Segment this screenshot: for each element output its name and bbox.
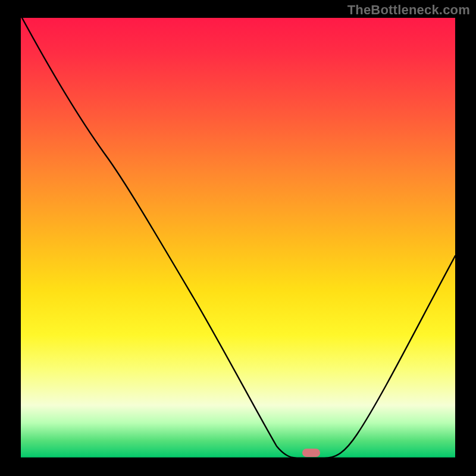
watermark-text: TheBottleneck.com: [347, 2, 470, 18]
optimal-marker: [302, 449, 320, 457]
gradient-background: [21, 18, 455, 458]
chart-frame: TheBottleneck.com: [0, 0, 476, 476]
